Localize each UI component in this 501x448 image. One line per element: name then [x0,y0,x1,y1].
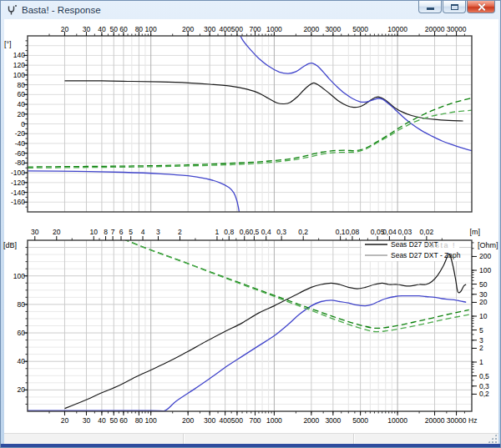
status-bar [4,433,498,444]
svg-text:0,1: 0,1 [336,228,346,236]
response-charts: 2030405060801002003004005007001000200030… [1,19,501,433]
svg-text:50: 50 [109,25,118,33]
svg-text:5: 5 [129,228,133,236]
svg-text:40: 40 [18,357,26,365]
svg-text:60: 60 [119,25,128,33]
minimize-icon [427,8,434,10]
close-icon [477,3,486,12]
svg-text:1000: 1000 [266,25,282,33]
svg-text:400: 400 [220,416,231,425]
minimize-button[interactable] [418,1,442,13]
svg-text:20: 20 [53,228,61,236]
basta-watermark: Basta ! [423,241,456,249]
status-panel [184,434,354,444]
svg-text:40: 40 [18,100,26,108]
svg-text:100: 100 [145,416,157,425]
svg-text:-80: -80 [15,159,26,167]
svg-text:3: 3 [156,228,160,236]
svg-text:30000: 30000 [447,416,467,425]
svg-text:3000: 3000 [325,416,341,425]
svg-text:6: 6 [119,228,124,236]
svg-text:80: 80 [135,416,144,425]
svg-text:0,6: 0,6 [240,228,250,236]
svg-text:20000: 20000 [425,416,445,425]
svg-text:500: 500 [231,416,243,425]
svg-text:0,3: 0,3 [479,382,489,390]
svg-text:2000: 2000 [303,25,319,33]
svg-text:60: 60 [119,416,128,425]
svg-text:0,2: 0,2 [298,228,308,236]
svg-text:0,2: 0,2 [479,390,489,398]
svg-text:10000: 10000 [387,416,407,425]
close-button[interactable] [467,1,495,13]
window-controls [418,1,495,13]
svg-text:-120: -120 [11,179,25,187]
svg-text:40: 40 [98,25,106,33]
svg-text:20: 20 [18,110,26,118]
svg-text:700: 700 [249,25,261,33]
bottom-strip [1,444,501,448]
svg-text:200: 200 [182,25,194,33]
svg-text:2: 2 [479,344,483,352]
svg-text:-40: -40 [15,139,26,148]
maximize-icon [451,4,458,10]
svg-text:30: 30 [479,290,488,299]
svg-text:Hz: Hz [468,416,477,425]
svg-text:1: 1 [479,358,483,366]
svg-text:300: 300 [204,416,215,425]
svg-text:[Ohm]: [Ohm] [478,241,498,249]
svg-text:80: 80 [18,81,26,89]
app-window: Basta! - Response 2030405060801002003004… [0,0,501,448]
window-title: Basta! - Response [22,5,101,15]
svg-text:10: 10 [90,228,99,236]
svg-text:50: 50 [109,416,118,425]
svg-text:4: 4 [141,228,145,236]
svg-text:5000: 5000 [352,416,368,425]
svg-text:30000: 30000 [447,25,467,33]
svg-text:140: 140 [13,51,25,59]
svg-text:300: 300 [204,25,215,33]
svg-text:-160: -160 [11,198,25,206]
svg-text:8: 8 [104,228,108,236]
maximize-button[interactable] [443,1,466,13]
svg-text:0,4: 0,4 [261,228,271,236]
svg-text:100: 100 [13,272,25,280]
svg-text:60: 60 [18,329,26,337]
svg-text:-60: -60 [15,149,26,158]
tuning-fork-icon [6,4,18,16]
svg-text:20: 20 [61,416,69,425]
svg-text:5000: 5000 [352,25,368,33]
svg-text:40: 40 [98,416,106,425]
svg-text:10: 10 [479,312,488,320]
svg-text:30: 30 [31,228,39,236]
svg-text:0,04: 0,04 [382,228,397,236]
svg-text:20000: 20000 [425,25,445,33]
svg-text:5: 5 [479,326,483,335]
svg-text:0,5: 0,5 [479,372,489,380]
svg-text:-140: -140 [11,189,25,197]
svg-text:200: 200 [479,252,491,260]
svg-text:20: 20 [479,298,488,306]
svg-text:3000: 3000 [325,25,341,33]
svg-text:60: 60 [18,90,26,98]
svg-text:-100: -100 [11,169,25,177]
svg-text:400: 400 [220,25,231,33]
title-bar[interactable]: Basta! - Response [1,1,500,19]
svg-text:80: 80 [135,25,144,33]
svg-text:200: 200 [182,416,194,425]
svg-text:0,3: 0,3 [276,228,286,236]
svg-text:120: 120 [13,61,25,69]
svg-text:[m]: [m] [470,228,481,236]
status-panel [354,434,498,444]
svg-text:[°]: [°] [4,40,12,48]
svg-text:500: 500 [231,25,243,33]
svg-text:30: 30 [83,25,91,33]
svg-text:3: 3 [479,336,483,345]
svg-text:30: 30 [83,416,91,425]
svg-text:100: 100 [13,71,25,79]
svg-text:20: 20 [18,385,26,394]
svg-text:1: 1 [215,228,220,236]
svg-text:7: 7 [111,228,115,236]
svg-text:100: 100 [479,266,491,274]
svg-text:80: 80 [18,300,26,309]
